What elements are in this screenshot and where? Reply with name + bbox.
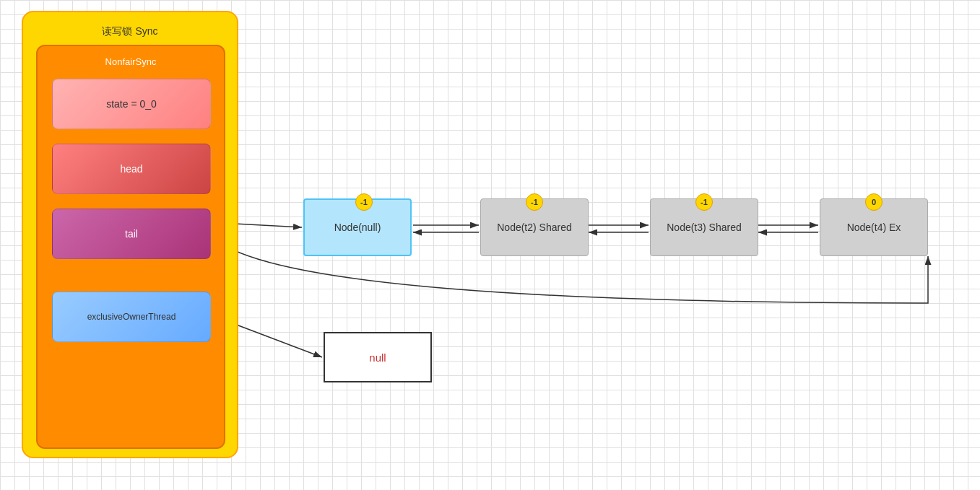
inner-container: NonfairSync state = 0_0 head tail exclus…	[36, 45, 225, 449]
node-null-label: Node(null)	[334, 222, 381, 233]
outer-container: 读写锁 Sync NonfairSync state = 0_0 head ta…	[22, 11, 238, 458]
badge-node-t3: -1	[695, 193, 713, 211]
node-t4-label: Node(t4) Ex	[847, 222, 901, 233]
field-tail-label: tail	[125, 228, 138, 240]
field-state-label: state = 0_0	[106, 98, 157, 110]
badge-node-t2: -1	[526, 193, 543, 211]
field-tail: tail	[52, 209, 211, 259]
null-box: null	[324, 332, 432, 382]
diagram-container: 读写锁 Sync NonfairSync state = 0_0 head ta…	[0, 0, 980, 490]
outer-title: 读写锁 Sync	[102, 25, 157, 38]
node-t3-label: Node(t3) Shared	[667, 222, 742, 233]
field-exclusive: exclusiveOwnerThread	[52, 292, 211, 342]
node-t2-label: Node(t2) Shared	[497, 222, 572, 233]
null-label: null	[369, 351, 386, 364]
field-exclusive-label: exclusiveOwnerThread	[87, 312, 176, 322]
inner-title: NonfairSync	[105, 56, 157, 67]
field-state: state = 0_0	[52, 79, 211, 129]
badge-node-t4: 0	[865, 193, 883, 211]
field-head-label: head	[120, 163, 142, 175]
field-head: head	[52, 144, 211, 194]
badge-node-null: -1	[355, 193, 373, 211]
